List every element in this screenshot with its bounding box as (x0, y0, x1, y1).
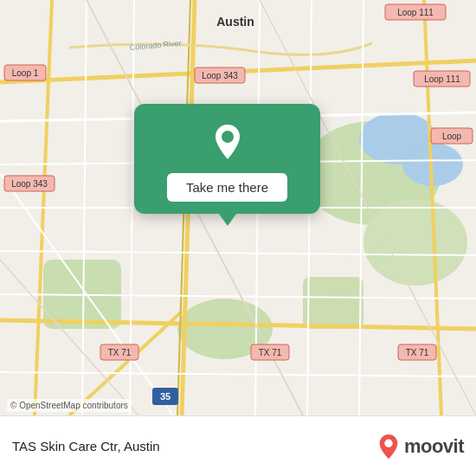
svg-text:Loop 1: Loop 1 (12, 68, 39, 78)
moovit-brand-text: moovit (404, 435, 464, 458)
svg-point-54 (384, 439, 392, 447)
bottom-bar: TAS Skin Care Ctr, Austin moovit (0, 415, 476, 476)
svg-point-2 (363, 199, 467, 286)
svg-text:Austin: Austin (216, 15, 254, 29)
svg-point-53 (222, 131, 234, 143)
svg-text:Loop: Loop (442, 132, 462, 141)
svg-text:Loop 111: Loop 111 (424, 74, 460, 84)
svg-text:TX 71: TX 71 (259, 348, 282, 357)
svg-text:TX 71: TX 71 (108, 348, 132, 357)
moovit-logo: moovit (376, 433, 464, 460)
map-attribution: © OpenStreetMap contributors (7, 399, 132, 412)
svg-rect-5 (303, 277, 363, 329)
svg-text:Loop 343: Loop 343 (11, 179, 48, 189)
svg-text:35: 35 (160, 391, 170, 402)
map-container: Loop 111 Loop 1 Loop 343 Loop 343 Loop 1… (0, 0, 476, 415)
location-name: TAS Skin Care Ctr, Austin (12, 439, 376, 453)
popup-card: Take me there (134, 104, 320, 214)
take-me-there-button[interactable]: Take me there (167, 173, 287, 202)
svg-text:Loop 111: Loop 111 (397, 8, 434, 17)
moovit-pin-icon (376, 433, 401, 460)
location-pin-icon (205, 119, 250, 164)
svg-text:Loop 343: Loop 343 (202, 71, 238, 80)
svg-text:TX 71: TX 71 (406, 348, 429, 357)
